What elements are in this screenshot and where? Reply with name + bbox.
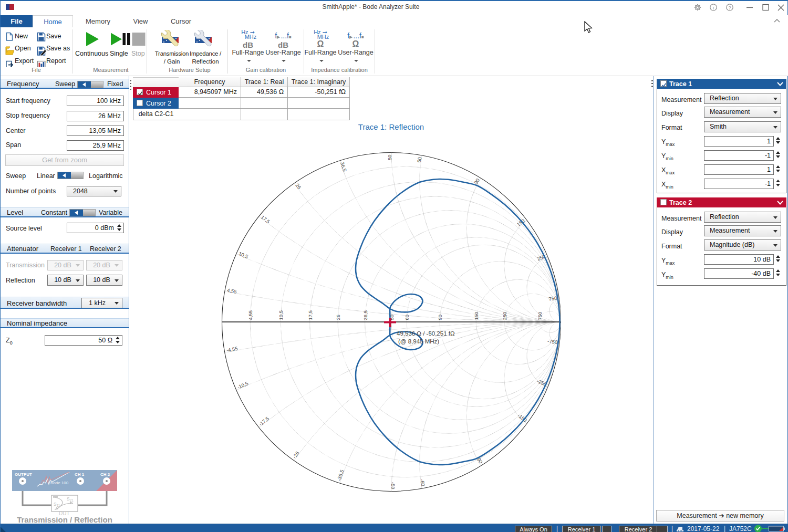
svg-text:17,5: 17,5 [307,310,313,320]
svg-text:150: 150 [473,312,479,320]
svg-text:10,5: 10,5 [238,251,249,260]
svg-text:50: 50 [387,155,392,161]
svg-text:26: 26 [335,315,341,320]
svg-text:60: 60 [416,157,423,163]
svg-text:17,5: 17,5 [260,214,271,224]
svg-text:-10,5: -10,5 [236,380,249,390]
svg-text:4,55: 4,55 [247,310,253,320]
svg-text:60: 60 [404,315,410,320]
svg-text:i: i [713,5,714,11]
svg-text:-26: -26 [292,450,300,460]
svg-text:36,5: 36,5 [362,310,368,320]
svg-text:750: 750 [537,312,543,320]
svg-text:-50: -50 [390,482,396,489]
svg-text:250: 250 [502,312,507,320]
svg-text:-36,5: -36,5 [336,469,345,482]
svg-text:-60: -60 [419,478,426,486]
svg-text:4,55: 4,55 [226,287,237,295]
svg-text:36,5: 36,5 [339,161,348,172]
svg-text:-4,55: -4,55 [226,346,238,353]
svg-text:90: 90 [437,315,443,320]
svg-text:750: 750 [548,295,557,302]
svg-text:150: 150 [516,218,526,227]
svg-text:?: ? [728,5,731,11]
svg-text:(@ 8,945 MHz): (@ 8,945 MHz) [398,338,439,345]
svg-text:-17,5: -17,5 [257,415,270,427]
svg-text:10,5: 10,5 [278,310,284,320]
svg-text:-750: -750 [547,338,558,345]
svg-text:49,536 Ω / -50,251 fΩ: 49,536 Ω / -50,251 fΩ [397,330,455,337]
svg-text:26: 26 [294,182,302,190]
